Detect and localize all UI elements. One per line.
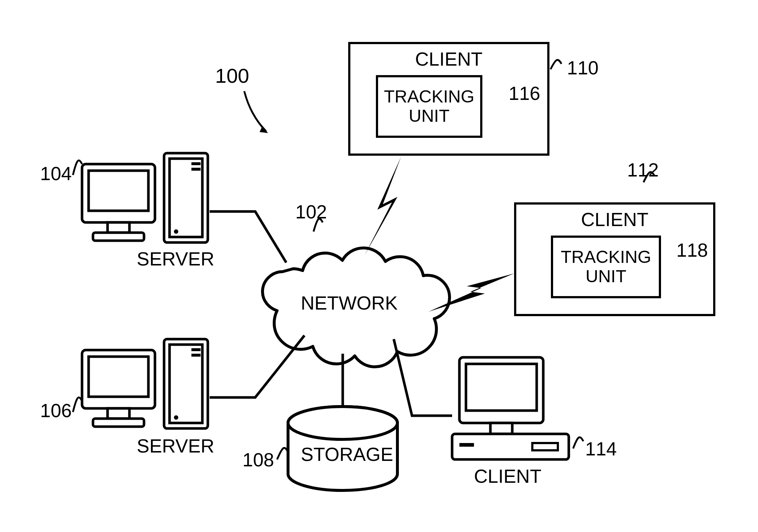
tracking-unit-116-box: TRACKING UNIT (376, 75, 482, 138)
svg-rect-1 (89, 171, 148, 211)
client-112-label: CLIENT (516, 210, 713, 229)
tracking-unit-116-label: TRACKING UNIT (384, 87, 474, 126)
tracking-unit-118-box: TRACKING UNIT (551, 236, 661, 298)
network-label: NETWORK (301, 294, 398, 312)
ref-100: 100 (215, 66, 249, 86)
ref-106: 106 (40, 401, 72, 420)
svg-rect-15 (191, 348, 201, 351)
server-104-label: SERVER (137, 248, 214, 270)
ref-112: 112 (627, 160, 659, 179)
ref-118: 118 (676, 241, 708, 260)
svg-rect-12 (93, 419, 144, 427)
server-icon-106 (82, 339, 208, 428)
svg-point-8 (174, 229, 178, 234)
diagram-stage: 100 NETWORK 102 104 SERVER 106 SERVER 10… (0, 0, 758, 532)
ref-102: 102 (295, 202, 327, 221)
tracking-unit-118-label: TRACKING UNIT (561, 248, 651, 286)
svg-rect-7 (191, 168, 201, 171)
server-106-label: SERVER (137, 435, 214, 457)
client-icon-114 (452, 357, 569, 459)
svg-rect-6 (191, 162, 201, 165)
svg-rect-23 (459, 443, 474, 447)
svg-point-17 (174, 415, 178, 420)
svg-rect-2 (108, 222, 129, 233)
storage-label: STORAGE (301, 445, 393, 464)
svg-rect-3 (93, 233, 144, 241)
svg-rect-19 (466, 364, 537, 411)
client-110-label: CLIENT (350, 50, 547, 69)
svg-rect-11 (108, 408, 129, 419)
ref-104: 104 (40, 164, 72, 183)
ref-108: 108 (242, 450, 274, 469)
server-icon-104 (82, 153, 208, 242)
svg-rect-16 (191, 354, 201, 357)
ref-114: 114 (585, 439, 617, 458)
svg-rect-22 (532, 443, 558, 450)
ref-110: 110 (567, 58, 599, 77)
svg-rect-20 (490, 423, 512, 434)
ref-116: 116 (509, 84, 540, 103)
svg-point-25 (288, 407, 397, 439)
svg-rect-10 (89, 357, 148, 397)
client-114-label: CLIENT (474, 467, 541, 486)
